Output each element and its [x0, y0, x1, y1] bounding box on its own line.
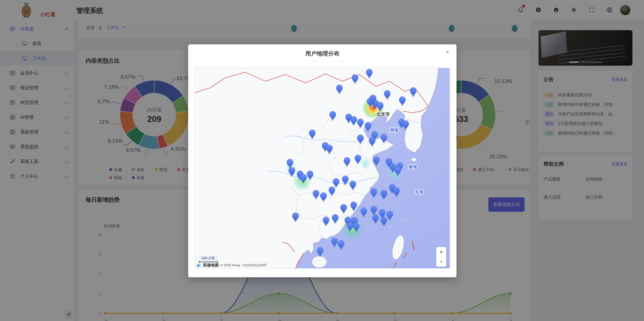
modal-title: 用户地理分布 — [188, 50, 456, 57]
zoom-out-button[interactable]: − — [436, 257, 446, 267]
modal-header: 用户地理分布 ✕ — [188, 44, 456, 62]
map-attribution: 高德地图 © 2025 Amap - GS(2024)1158号 — [196, 263, 267, 268]
close-icon[interactable]: ✕ — [444, 49, 450, 55]
china-map: 北京市 渤海 黄海 东海 — [195, 68, 450, 268]
amap-copyright: © 2025 Amap - GS(2024)1158号 — [221, 263, 267, 267]
map-zoom-control: + − — [436, 247, 446, 267]
map-label-donghai: 东海 — [415, 190, 424, 195]
island-hainan — [312, 256, 327, 268]
amap-logo-icon[interactable] — [196, 263, 201, 268]
map-label-bohai: 渤海 — [390, 127, 398, 132]
amap-brand[interactable]: 高德地图 — [203, 263, 219, 268]
geo-distribution-modal: 用户地理分布 ✕ — [188, 44, 456, 277]
zoom-in-button[interactable]: + — [436, 247, 446, 257]
heat-spot — [360, 158, 371, 169]
amap-map[interactable]: 北京市 渤海 黄海 东海 500 公里 高德地图 © 2025 Amap - G… — [195, 68, 450, 268]
map-label-beijing: 北京市 — [376, 112, 390, 117]
map-label-huanghai: 黄海 — [408, 164, 417, 169]
map-scale-label: 500 公里 — [199, 256, 218, 261]
island-jeju — [411, 158, 416, 161]
